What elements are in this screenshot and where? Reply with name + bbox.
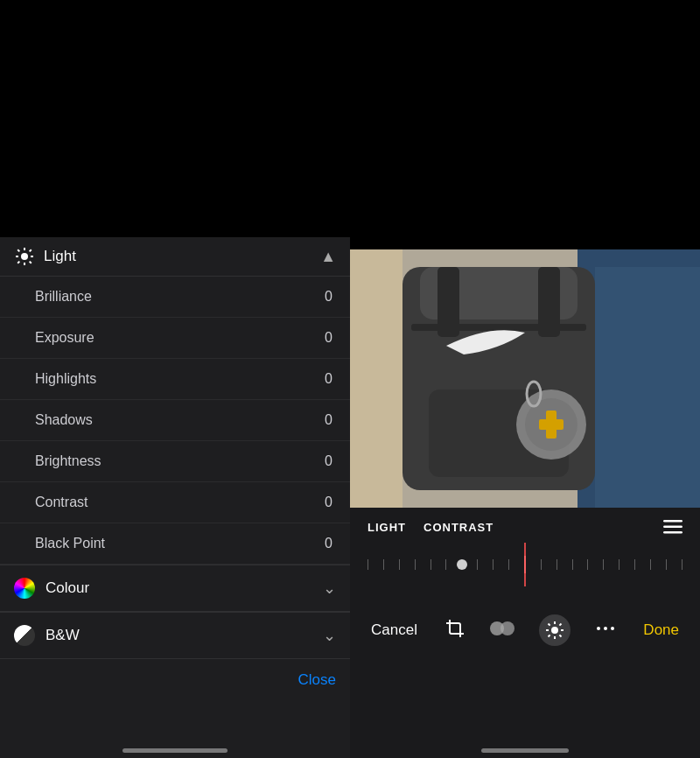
light-chevron-icon: ▲ xyxy=(320,248,336,266)
adjustment-row-shadows[interactable]: Shadows 0 xyxy=(0,400,350,441)
colour-chevron-button[interactable]: ⌄ xyxy=(323,579,336,598)
adjustment-row-contrast[interactable]: Contrast 0 xyxy=(0,482,350,523)
bottom-panel: LIGHT CONTRAST xyxy=(350,508,700,758)
right-panel: LIGHT CONTRAST xyxy=(350,0,700,758)
photo-image xyxy=(350,249,700,508)
light-section-title: Light xyxy=(44,248,76,265)
highlights-value: 0 xyxy=(325,371,332,387)
svg-point-30 xyxy=(551,627,558,634)
shadows-value: 0 xyxy=(325,412,332,428)
svg-point-0 xyxy=(21,253,28,260)
svg-point-40 xyxy=(611,627,614,630)
svg-line-6 xyxy=(30,262,32,263)
sun-icon xyxy=(14,246,35,267)
svg-point-41 xyxy=(597,627,600,630)
colour-chevron-icon: ⌄ xyxy=(323,579,336,598)
highlights-label: Highlights xyxy=(35,371,96,387)
svg-rect-22 xyxy=(438,267,459,337)
tick-14 xyxy=(572,559,573,570)
bw-section[interactable]: B&W ⌄ xyxy=(0,612,350,659)
svg-point-29 xyxy=(500,621,514,635)
tick-20 xyxy=(666,559,667,570)
tick-13 xyxy=(556,559,557,570)
svg-line-8 xyxy=(18,262,19,263)
slider-handle[interactable] xyxy=(457,559,467,570)
colour-section-left: Colour xyxy=(14,578,89,599)
done-button[interactable]: Done xyxy=(643,621,679,639)
shadows-label: Shadows xyxy=(35,412,93,428)
crop-tool-button[interactable] xyxy=(444,618,466,643)
bw-chevron-button[interactable]: ⌄ xyxy=(323,626,336,645)
svg-line-7 xyxy=(30,249,32,251)
exposure-label: Exposure xyxy=(35,330,94,346)
adjustment-list: Light ▲ Brilliance 0 Exposure 0 Highligh… xyxy=(0,237,350,758)
more-tool-button[interactable] xyxy=(595,618,616,643)
tick-4 xyxy=(415,559,416,570)
adjustment-row-highlights[interactable]: Highlights 0 xyxy=(0,359,350,400)
colour-section[interactable]: Colour ⌄ xyxy=(0,565,350,612)
svg-rect-20 xyxy=(539,419,564,430)
tone-tool-button[interactable] xyxy=(490,619,514,642)
blackpoint-label: Black Point xyxy=(35,536,105,551)
slider-container[interactable] xyxy=(350,539,700,593)
tick-9 xyxy=(493,559,494,570)
brilliance-label: Brilliance xyxy=(35,289,92,305)
menu-icon-button[interactable] xyxy=(663,520,682,534)
svg-line-35 xyxy=(549,624,550,626)
colour-icon xyxy=(14,578,35,599)
svg-point-39 xyxy=(604,627,607,630)
brilliance-value: 0 xyxy=(325,289,332,305)
hamburger-icon xyxy=(663,520,682,534)
adjustment-row-blackpoint[interactable]: Black Point 0 xyxy=(0,523,350,565)
close-row: Close xyxy=(0,659,350,701)
active-sun-icon xyxy=(545,621,564,640)
svg-rect-24 xyxy=(350,249,402,508)
close-button[interactable]: Close xyxy=(298,671,336,689)
adjustment-row-exposure[interactable]: Exposure 0 xyxy=(0,318,350,359)
tick-2 xyxy=(383,559,384,570)
photo-top-black xyxy=(350,0,700,249)
crop-icon xyxy=(444,618,466,639)
brightness-label: Brightness xyxy=(35,453,102,469)
svg-rect-27 xyxy=(663,531,682,534)
contrast-label: Contrast xyxy=(35,495,88,510)
adjustment-row-brilliance[interactable]: Brilliance 0 xyxy=(0,277,350,318)
blackpoint-value: 0 xyxy=(325,536,332,551)
bottom-toolbar: Cancel xyxy=(350,600,700,660)
light-header-left: Light xyxy=(14,246,76,267)
adjustment-row-brightness[interactable]: Brightness 0 xyxy=(0,441,350,482)
svg-rect-23 xyxy=(538,267,560,337)
svg-line-5 xyxy=(18,249,19,251)
light-section-header[interactable]: Light ▲ xyxy=(0,237,350,277)
left-panel: Light ▲ Brilliance 0 Exposure 0 Highligh… xyxy=(0,0,350,758)
light-chevron-button[interactable]: ▲ xyxy=(320,248,336,266)
tick-21 xyxy=(682,559,682,570)
slider-track-area xyxy=(368,543,682,586)
tick-18 xyxy=(634,559,635,570)
contrast-value: 0 xyxy=(325,495,332,510)
tick-marks xyxy=(368,556,682,573)
contrast-bar-label: CONTRAST xyxy=(424,521,494,534)
tick-8 xyxy=(477,559,478,570)
svg-line-36 xyxy=(560,635,562,636)
light-tool-button[interactable] xyxy=(539,614,570,646)
tick-17 xyxy=(619,559,620,570)
ellipsis-icon xyxy=(595,618,616,639)
toolbar-icon-group xyxy=(444,614,616,646)
colour-title: Colour xyxy=(46,579,89,597)
light-bar-label: LIGHT xyxy=(368,521,406,534)
tick-5 xyxy=(430,559,431,570)
tick-3 xyxy=(399,559,400,570)
bw-chevron-icon: ⌄ xyxy=(323,626,336,645)
tick-19 xyxy=(650,559,651,570)
cancel-button[interactable]: Cancel xyxy=(371,621,417,639)
home-indicator-right xyxy=(481,748,569,753)
tick-1 xyxy=(368,559,368,570)
svg-rect-25 xyxy=(663,520,682,523)
bw-title: B&W xyxy=(46,627,80,644)
exposure-value: 0 xyxy=(325,330,332,346)
tick-15 xyxy=(587,559,588,570)
left-top-black xyxy=(0,0,350,237)
bw-icon xyxy=(14,625,35,646)
photo-svg xyxy=(350,249,700,508)
